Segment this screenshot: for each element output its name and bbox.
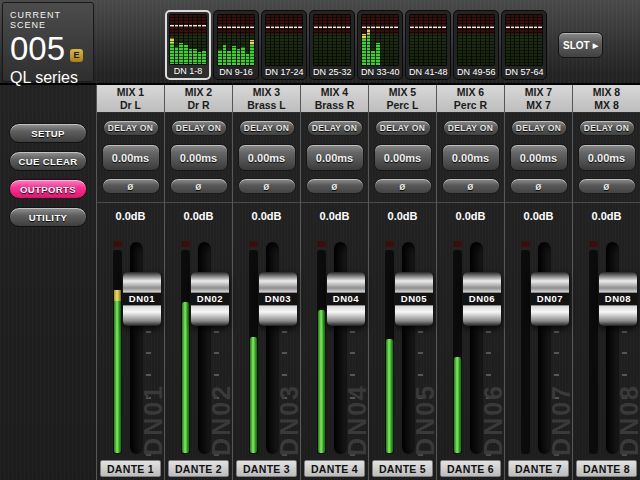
channel-mix-label: MIX 4 <box>301 86 368 99</box>
delay-on-button[interactable]: DELAY ON <box>307 120 363 136</box>
delay-on-button[interactable]: DELAY ON <box>103 120 159 136</box>
fader-knob[interactable]: DN05 <box>395 272 433 326</box>
meter-column <box>433 15 437 65</box>
meter-column <box>467 15 471 65</box>
scene-number: 005 <box>10 32 65 66</box>
meter-column <box>202 15 206 64</box>
delay-on-button[interactable]: DELAY ON <box>443 120 499 136</box>
fader-lane: DN07 DN07 <box>505 225 572 458</box>
delay-on-button[interactable]: DELAY ON <box>579 120 635 136</box>
channel-header[interactable]: MIX 6 Perc R <box>437 85 504 113</box>
port-name-button[interactable]: DANTE 3 <box>236 460 297 477</box>
meter-fill <box>454 357 461 453</box>
fader-knob-top <box>395 272 433 292</box>
meter-bank-dn33-40[interactable]: DN 33-40 <box>357 10 403 80</box>
meter-bank-dn49-56[interactable]: DN 49-56 <box>453 10 499 80</box>
setup-button[interactable]: SETUP <box>9 123 87 143</box>
meter-column <box>385 15 389 65</box>
meter-column <box>490 15 494 65</box>
channel-level-meter <box>589 250 598 454</box>
delay-on-button[interactable]: DELAY ON <box>375 120 431 136</box>
meter-fill <box>386 339 393 453</box>
channel-header[interactable]: MIX 7 MX 7 <box>505 85 572 113</box>
channel-header[interactable]: MIX 3 Brass L <box>233 85 300 113</box>
delay-time-button[interactable]: 0.00ms <box>578 144 636 171</box>
fader-knob[interactable]: DN03 <box>259 272 297 326</box>
meter-bank-dn41-48[interactable]: DN 41-48 <box>405 10 451 80</box>
channel-header[interactable]: MIX 8 MX 8 <box>573 85 640 113</box>
delay-time-button[interactable]: 0.00ms <box>102 144 160 171</box>
channel-header[interactable]: MIX 2 Dr R <box>165 85 232 113</box>
delay-time-button[interactable]: 0.00ms <box>510 144 568 171</box>
meter-bank-dn57-64[interactable]: DN 57-64 <box>501 10 547 80</box>
meter-bank-dn1-8[interactable]: DN 1-8 <box>165 10 211 80</box>
channel-header[interactable]: MIX 1 Dr L <box>97 85 164 113</box>
phase-button[interactable]: ø <box>102 178 160 194</box>
meter-fill <box>179 43 183 64</box>
phase-button[interactable]: ø <box>374 178 432 194</box>
channel-mix-label: MIX 5 <box>369 86 436 99</box>
fader-knob[interactable]: DN06 <box>463 272 501 326</box>
channel-strip-mix7: MIX 7 MX 7 DELAY ON 0.00ms ø 0.0dB DN07 … <box>504 85 572 480</box>
phase-button[interactable]: ø <box>510 178 568 194</box>
port-name-button[interactable]: DANTE 2 <box>168 460 229 477</box>
meter-fill <box>318 310 325 453</box>
meter-column <box>394 15 398 65</box>
current-scene-panel[interactable]: CURRENT SCENE 005 E QL series <box>2 2 94 82</box>
over-led <box>113 241 122 247</box>
meter-fill <box>241 47 245 66</box>
delay-time-button[interactable]: 0.00ms <box>374 144 432 171</box>
delay-on-button[interactable]: DELAY ON <box>511 120 567 136</box>
fader-knob[interactable]: DN08 <box>599 272 637 326</box>
meter-column <box>294 15 298 65</box>
delay-on-button[interactable]: DELAY ON <box>171 120 227 136</box>
port-name-button[interactable]: DANTE 8 <box>576 460 637 477</box>
port-name-button[interactable]: DANTE 7 <box>508 460 569 477</box>
phase-button[interactable]: ø <box>442 178 500 194</box>
delay-time-button[interactable]: 0.00ms <box>170 144 228 171</box>
meter-column <box>175 15 179 64</box>
port-name-button[interactable]: DANTE 4 <box>304 460 365 477</box>
meter-column <box>337 15 341 65</box>
meter-bank-dn9-16[interactable]: DN 9-16 <box>213 10 259 80</box>
slot-button[interactable]: SLOT ▶ <box>558 32 603 58</box>
fader-knob[interactable]: DN07 <box>531 272 569 326</box>
phase-button[interactable]: ø <box>306 178 364 194</box>
over-led <box>181 241 190 247</box>
delay-time-button[interactable]: 0.00ms <box>306 144 364 171</box>
delay-time-button[interactable]: 0.00ms <box>442 144 500 171</box>
delay-on-button[interactable]: DELAY ON <box>239 120 295 136</box>
meter-column <box>170 15 174 64</box>
meter-bank-dn17-24[interactable]: DN 17-24 <box>261 10 307 80</box>
fader-scale-ticks <box>146 331 151 333</box>
meter-column <box>232 15 236 65</box>
meter-bank-dn25-32[interactable]: DN 25-32 <box>309 10 355 80</box>
utility-button[interactable]: UTILITY <box>9 207 87 227</box>
port-name-button[interactable]: DANTE 5 <box>372 460 433 477</box>
fader-knob[interactable]: DN02 <box>191 272 229 326</box>
channel-header[interactable]: MIX 5 Perc L <box>369 85 436 113</box>
meter-column <box>529 15 533 65</box>
port-name-button[interactable]: DANTE 6 <box>440 460 501 477</box>
phase-button[interactable]: ø <box>238 178 296 194</box>
cue-clear-button[interactable]: CUE CLEAR <box>9 151 87 171</box>
meter-fill <box>114 290 121 453</box>
channel-header[interactable]: MIX 4 Brass R <box>301 85 368 113</box>
over-led <box>249 241 258 247</box>
meter-column <box>280 15 284 65</box>
port-name-button[interactable]: DANTE 1 <box>100 460 161 477</box>
phase-button[interactable]: ø <box>170 178 228 194</box>
fader-knob-top <box>599 272 637 292</box>
channel-strip-mix3: MIX 3 Brass L DELAY ON 0.00ms ø 0.0dB DN… <box>232 85 300 480</box>
fader-knob[interactable]: DN01 <box>123 272 161 326</box>
meter-column <box>289 15 293 65</box>
channel-mix-label: MIX 1 <box>97 86 164 99</box>
outports-button[interactable]: OUTPORTS <box>9 179 87 199</box>
fader-lane: DN04 DN04 <box>301 225 368 458</box>
channel-strip-mix2: MIX 2 Dr R DELAY ON 0.00ms ø 0.0dB DN02 … <box>164 85 232 480</box>
divider <box>573 202 640 203</box>
fader-knob[interactable]: DN04 <box>327 272 365 326</box>
phase-button[interactable]: ø <box>578 178 636 194</box>
delay-time-button[interactable]: 0.00ms <box>238 144 296 171</box>
meter-fill <box>250 337 257 453</box>
